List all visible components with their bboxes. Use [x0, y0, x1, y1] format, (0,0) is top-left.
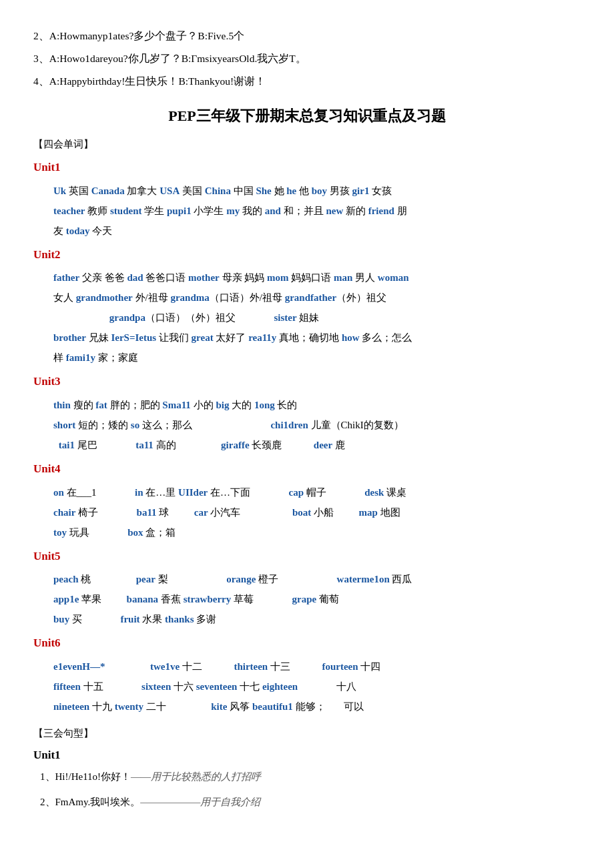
san-line-1: 1、Hi!/He11o!你好！――用于比较熟悉的人打招呼 — [40, 767, 581, 788]
unit5-content: peach 桃 pear 梨 orange 橙子 waterme1on 西瓜 a… — [33, 569, 581, 629]
unit5-block: Unit5 peach 桃 pear 梨 orange 橙子 waterme1o… — [33, 546, 581, 630]
san-hui-section: 【三会句型】 Unit1 1、Hi!/He11o!你好！――用于比较熟悉的人打招… — [33, 725, 581, 813]
unit1-block: Unit1 Uk 英国 Canada 加拿大 USA 美国 China 中国 S… — [33, 157, 581, 241]
intro-line-3: 3、A:Howo1dareyou?你几岁了？B:ΓmsixyearsOld.我六… — [33, 49, 581, 68]
unit3-content: thin 瘦的 fat 胖的；肥的 Sma11 小的 big 大的 1ong 长… — [33, 395, 581, 455]
unit2-title: Unit2 — [33, 245, 581, 266]
si-hui-label: 【四会单词】 — [33, 135, 581, 153]
unit2-block: Unit2 father 父亲 爸爸 dad 爸爸口语 mother 母亲 妈妈… — [33, 245, 581, 368]
unit3-title: Unit3 — [33, 372, 581, 392]
unit2-content: father 父亲 爸爸 dad 爸爸口语 mother 母亲 妈妈 mom 妈… — [33, 268, 581, 368]
unit4-title: Unit4 — [33, 459, 581, 480]
unit6-content: e1evenH—* twe1ve 十二 thirteen 十三 fourteen… — [33, 657, 581, 717]
unit3-block: Unit3 thin 瘦的 fat 胖的；肥的 Sma11 小的 big 大的 … — [33, 372, 581, 455]
san-unit1-title: Unit1 — [33, 745, 581, 766]
unit1-title: Unit1 — [33, 157, 581, 178]
unit6-title: Unit6 — [33, 633, 581, 654]
san-unit1-content: 1、Hi!/He11o!你好！――用于比较熟悉的人打招呼 2、FmAmy.我叫埃… — [33, 767, 581, 813]
intro-line-2: 2、A:Howmanyp1ates?多少个盘子？B:Five.5个 — [33, 27, 581, 45]
unit1-content: Uk 英国 Canada 加拿大 USA 美国 China 中国 She 她 h… — [33, 181, 581, 241]
san-line-2: 2、FmAmy.我叫埃米。――――――用于自我介绍 — [40, 792, 581, 813]
main-title: PEP三年级下册期末总复习知识重点及习题 — [33, 103, 581, 129]
unit5-title: Unit5 — [33, 546, 581, 567]
unit4-content: on 在___1 in 在…里 UIIder 在…下面 cap 帽子 desk … — [33, 482, 581, 542]
unit4-block: Unit4 on 在___1 in 在…里 UIIder 在…下面 cap 帽子… — [33, 459, 581, 542]
san-hui-label: 【三会句型】 — [33, 725, 581, 743]
intro-line-4: 4、A:Happybirthday!生日快乐！B:Thankyou!谢谢！ — [33, 72, 581, 91]
unit6-block: Unit6 e1evenH—* twe1ve 十二 thirteen 十三 fo… — [33, 633, 581, 717]
